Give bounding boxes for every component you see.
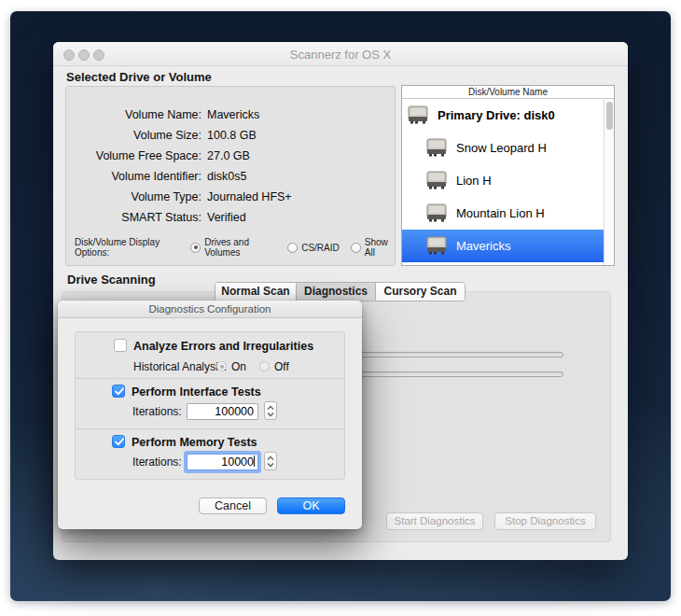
- radio-show-all-label: Show All: [365, 237, 395, 258]
- disk-volume-list-header: Disk/Volume Name: [402, 86, 614, 99]
- window-titlebar[interactable]: Scannerz for OS X: [53, 42, 628, 66]
- scrollbar-thumb[interactable]: [606, 102, 613, 130]
- historical-on-label: On: [231, 360, 246, 373]
- divider: [76, 428, 344, 429]
- volume-info-row: Volume Type: Journaled HFS+: [66, 187, 395, 207]
- checkmark-icon: [115, 438, 124, 446]
- list-item-mavericks-selected[interactable]: Mavericks: [402, 230, 604, 262]
- memory-iterations-stepper[interactable]: [264, 452, 277, 470]
- volume-info-row: Volume Free Space: 27.0 GB: [66, 146, 395, 166]
- display-options-label: Disk/Volume Display Options:: [75, 237, 183, 258]
- historical-analysis-label: Historical Analysis:: [133, 360, 227, 373]
- radio-drives-and-volumes[interactable]: Drives and Volumes: [190, 237, 276, 258]
- volume-free-space-value: 27.0 GB: [207, 149, 250, 162]
- list-item-mountain-lion[interactable]: Mountain Lion H: [402, 197, 604, 230]
- volume-info-row: Volume Size: 100.8 GB: [66, 125, 395, 146]
- interface-iterations-field-wrap: [187, 402, 258, 419]
- list-item-label: Snow Leopard H: [456, 141, 547, 155]
- disk-volume-list-body: Primary Drive: disk0 Snow Leopard H Lion…: [402, 99, 604, 265]
- tab-normal-scan[interactable]: Normal Scan: [215, 283, 296, 301]
- volume-info-panel: Volume Name: Mavericks Volume Size: 100.…: [65, 86, 396, 266]
- list-item-snow-leopard[interactable]: Snow Leopard H: [402, 132, 604, 164]
- hard-drive-icon: [425, 236, 448, 256]
- hard-drive-icon: [407, 105, 429, 125]
- text-caret: [254, 455, 255, 467]
- list-item-label: Mavericks: [456, 239, 511, 253]
- volume-info-row: SMART Status: Verified: [66, 207, 395, 228]
- divider: [76, 378, 344, 379]
- volume-size-value: 100.8 GB: [207, 129, 257, 142]
- analyze-errors-checkbox[interactable]: [114, 339, 127, 352]
- window-title: Scannerz for OS X: [53, 48, 628, 62]
- start-diagnostics-button[interactable]: Start Diagnostics: [386, 512, 483, 530]
- volume-info-row: Volume Name: Mavericks: [66, 105, 395, 125]
- historical-off-label: Off: [274, 360, 289, 373]
- list-scrollbar[interactable]: [604, 99, 614, 265]
- interface-iterations-label: Iterations:: [132, 405, 182, 418]
- tab-diagnostics[interactable]: Diagnostics: [296, 283, 375, 301]
- list-item-primary-drive[interactable]: Primary Drive: disk0: [402, 99, 604, 132]
- hard-drive-icon: [425, 138, 448, 158]
- volume-info-rows: Volume Name: Mavericks Volume Size: 100.…: [66, 105, 395, 228]
- dialog-titlebar[interactable]: Diagnostics Configuration: [58, 301, 362, 318]
- volume-free-space-label: Volume Free Space:: [66, 149, 202, 162]
- radio-drives-and-volumes-label: Drives and Volumes: [204, 237, 276, 258]
- smart-status-value: Verified: [207, 211, 246, 224]
- radio-button-icon[interactable]: [351, 243, 361, 253]
- list-item-label: Mountain Lion H: [456, 206, 545, 220]
- memory-iterations-input[interactable]: [187, 454, 258, 470]
- radio-button-icon[interactable]: [287, 243, 298, 253]
- volume-identifier-value: disk0s5: [207, 170, 246, 183]
- desktop-wallpaper: Scannerz for OS X Selected Drive or Volu…: [10, 11, 671, 601]
- smart-status-label: SMART Status:: [66, 211, 202, 224]
- interface-iterations-input[interactable]: [187, 403, 258, 420]
- screenshot-frame: Scannerz for OS X Selected Drive or Volu…: [0, 0, 681, 616]
- volume-type-label: Volume Type:: [66, 190, 202, 203]
- list-item-label: Lion H: [456, 174, 492, 188]
- list-item-lion[interactable]: Lion H: [402, 164, 604, 197]
- display-options-row: Disk/Volume Display Options: Drives and …: [75, 237, 395, 258]
- tab-cursory-scan[interactable]: Cursory Scan: [375, 283, 465, 301]
- selected-drive-section-title: Selected Drive or Volume: [66, 70, 212, 84]
- drive-scanning-section-title: Drive Scanning: [67, 273, 156, 287]
- volume-info-row: Volume Identifier: disk0s5: [66, 166, 395, 187]
- volume-size-label: Volume Size:: [66, 129, 202, 142]
- volume-type-value: Journaled HFS+: [207, 190, 292, 203]
- stepper-arrows-icon: [267, 455, 274, 468]
- scan-tab-bar: Normal Scan Diagnostics Cursory Scan: [215, 282, 466, 301]
- memory-iterations-field-wrap: [187, 453, 258, 469]
- historical-off-radio: [259, 361, 270, 371]
- volume-name-value: Mavericks: [207, 108, 259, 121]
- stepper-arrows-icon: [267, 405, 274, 417]
- memory-iterations-label: Iterations:: [132, 455, 182, 469]
- list-item-label: Primary Drive: disk0: [438, 108, 555, 122]
- volume-identifier-label: Volume Identifier:: [66, 170, 202, 183]
- diagnostics-options-group: Analyze Errors and Irregularities Histor…: [75, 331, 345, 480]
- memory-tests-checkbox[interactable]: [112, 435, 125, 448]
- disk-volume-list: Disk/Volume Name Primary Drive: disk0 Sn…: [401, 85, 615, 266]
- hard-drive-icon: [425, 203, 448, 223]
- stop-diagnostics-button[interactable]: Stop Diagnostics: [494, 512, 596, 530]
- radio-cs-raid-label: CS/RAID: [301, 243, 340, 253]
- radio-cs-raid[interactable]: CS/RAID: [287, 243, 340, 253]
- historical-on-radio: [216, 361, 227, 371]
- checkmark-icon: [115, 387, 124, 396]
- radio-show-all[interactable]: Show All: [351, 237, 395, 258]
- volume-name-label: Volume Name:: [66, 108, 202, 121]
- analyze-errors-label: Analyze Errors and Irregularities: [133, 340, 313, 353]
- radio-button-icon[interactable]: [190, 243, 201, 253]
- interface-tests-checkbox[interactable]: [112, 385, 125, 398]
- hard-drive-icon: [425, 171, 448, 190]
- ok-button[interactable]: OK: [277, 497, 345, 514]
- interface-tests-label: Perform Interface Tests: [132, 385, 261, 399]
- memory-tests-label: Perform Memory Tests: [132, 436, 257, 449]
- interface-iterations-stepper[interactable]: [264, 401, 277, 420]
- diagnostics-configuration-dialog: Diagnostics Configuration Analyze Errors…: [58, 301, 362, 529]
- cancel-button[interactable]: Cancel: [199, 497, 267, 514]
